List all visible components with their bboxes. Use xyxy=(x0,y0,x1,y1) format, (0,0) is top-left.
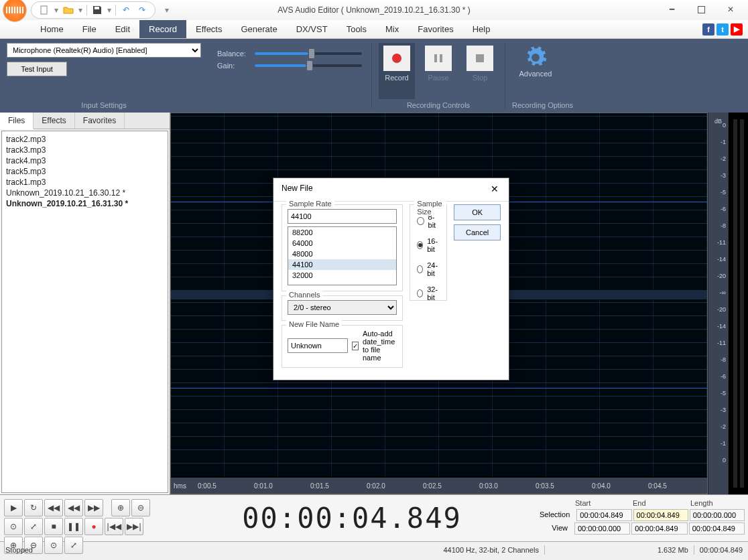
twitter-icon[interactable]: t xyxy=(716,23,729,36)
loop-button[interactable]: ↻ xyxy=(24,499,43,516)
status-duration: 00:00:04.849 xyxy=(700,546,743,554)
balance-label: Balance: xyxy=(217,50,255,58)
svg-rect-6 xyxy=(476,54,484,62)
svg-rect-0 xyxy=(41,6,47,14)
vzoom-fit-button[interactable]: ⊙ xyxy=(44,537,63,554)
dialog-close-button[interactable]: ✕ xyxy=(489,184,501,196)
titlebar: ▾ ▾ ▾ ↶ ↷ ▾ AVS Audio Editor ( Unknown_2… xyxy=(0,0,748,20)
auto-add-label: Auto-add date_time to file name xyxy=(363,330,397,362)
menu-effects[interactable]: Effects xyxy=(186,20,232,38)
transport-area: ▶ ↻ ◀◀ ◀◀ ▶▶ ⊕ ⊖ ⊙ ⤢ ■ ❚❚ ● |◀◀ ▶▶| ⊕ ⊖ … xyxy=(0,494,748,541)
gain-slider[interactable] xyxy=(255,64,362,67)
goto-end-button[interactable]: ▶▶| xyxy=(125,518,143,535)
maximize-button[interactable] xyxy=(686,0,716,19)
menu-favorites[interactable]: Favorites xyxy=(408,20,462,38)
redo-icon[interactable]: ↷ xyxy=(135,3,149,17)
zoom-sel-button[interactable]: ⤢ xyxy=(24,518,43,535)
file-list[interactable]: track2.mp3track3.mp3track4.mp3track5.mp3… xyxy=(1,131,168,493)
menu-record[interactable]: Record xyxy=(139,20,186,38)
db-scale: dB 0-1-2-3-5-6-8-11-14-20-∞-20-14-11-8-6… xyxy=(708,113,728,494)
transport-record-button[interactable]: ● xyxy=(84,518,103,535)
test-input-button[interactable]: Test Input xyxy=(7,62,67,76)
facebook-icon[interactable]: f xyxy=(702,23,714,36)
level-meters xyxy=(728,113,748,494)
balance-slider[interactable] xyxy=(255,52,362,55)
file-item[interactable]: track1.mp3 xyxy=(5,177,165,188)
menu-generate[interactable]: Generate xyxy=(231,20,286,38)
sample-size-radio[interactable]: 16-bit xyxy=(416,233,441,257)
save-icon[interactable] xyxy=(90,3,105,17)
file-item[interactable]: track4.mp3 xyxy=(5,155,165,166)
app-logo xyxy=(3,0,27,22)
prev-button[interactable]: ◀◀ xyxy=(64,499,83,516)
time-grid: Start End Length Selection 00:00:04.849 … xyxy=(534,495,748,541)
record-button[interactable]: Record xyxy=(379,43,415,99)
transport-buttons: ▶ ↻ ◀◀ ◀◀ ▶▶ ⊕ ⊖ ⊙ ⤢ ■ ❚❚ ● |◀◀ ▶▶| ⊕ ⊖ … xyxy=(0,495,170,541)
sample-size-radio[interactable]: 24-bit xyxy=(416,257,441,281)
stop-button[interactable]: Stop xyxy=(462,43,498,99)
sample-rate-input[interactable] xyxy=(288,209,397,224)
qat-customize-icon[interactable]: ▾ xyxy=(160,3,174,17)
timeline[interactable]: hms0:00.50:01.00:01.50:02.00:02.50:03.00… xyxy=(171,478,707,494)
status-state: Stopped xyxy=(5,546,33,554)
file-item[interactable]: track3.mp3 xyxy=(5,145,165,155)
dialog-title: New File xyxy=(282,184,313,196)
file-item[interactable]: track5.mp3 xyxy=(5,166,165,177)
file-item[interactable]: Unknown_2019.10.21_16.30.12 * xyxy=(5,188,165,198)
filename-input[interactable] xyxy=(288,338,348,353)
menu-tools[interactable]: Tools xyxy=(337,20,376,38)
menu-edit[interactable]: Edit xyxy=(106,20,139,38)
advanced-button[interactable]: Advanced xyxy=(512,43,559,99)
zoom-in-button[interactable]: ⊕ xyxy=(111,499,130,516)
time-display: 00:00:04.849 xyxy=(242,502,461,535)
zoom-out-button[interactable]: ⊖ xyxy=(131,499,150,516)
side-tab-favorites[interactable]: Favorites xyxy=(75,113,125,129)
rewind-button[interactable]: ◀◀ xyxy=(44,499,63,516)
qat-dropdown-icon[interactable]: ▾ xyxy=(106,3,113,17)
menu-file[interactable]: File xyxy=(73,20,106,38)
menu-mix[interactable]: Mix xyxy=(376,20,408,38)
sample-rate-list[interactable]: 8820064000480004410032000 xyxy=(288,226,397,285)
pause-button[interactable]: Pause xyxy=(420,43,456,99)
vzoom-sel-button[interactable]: ⤢ xyxy=(64,537,83,554)
svg-rect-2 xyxy=(698,6,704,13)
qat-dropdown-icon[interactable]: ▾ xyxy=(77,3,84,17)
side-tab-effects[interactable]: Effects xyxy=(34,113,74,129)
menu-dx-vst[interactable]: DX/VST xyxy=(287,20,337,38)
file-item[interactable]: Unknown_2019.10.21_16.31.30 * xyxy=(5,198,165,209)
youtube-icon[interactable]: ▶ xyxy=(731,23,743,36)
open-folder-icon[interactable] xyxy=(61,3,76,17)
menu-help[interactable]: Help xyxy=(463,20,500,38)
sample-rate-option[interactable]: 44100 xyxy=(288,259,396,270)
sample-rate-option[interactable]: 32000 xyxy=(288,270,396,281)
channels-select[interactable]: 2/0 - stereo xyxy=(288,300,397,315)
ok-button[interactable]: OK xyxy=(454,204,501,220)
gain-label: Gain: xyxy=(217,62,255,70)
menu-home[interactable]: Home xyxy=(31,20,73,38)
zoom-fit-button[interactable]: ⊙ xyxy=(4,518,23,535)
file-item[interactable]: track2.mp3 xyxy=(5,134,165,145)
sample-rate-option[interactable]: 48000 xyxy=(288,249,396,259)
minimize-button[interactable]: ━ xyxy=(657,0,686,19)
auto-add-checkbox[interactable]: ✓ xyxy=(352,342,359,350)
next-button[interactable]: ▶▶ xyxy=(84,499,103,516)
close-button[interactable]: ✕ xyxy=(716,0,745,19)
ribbon-group-label: Recording Options xyxy=(512,99,573,111)
sample-rate-option[interactable]: 64000 xyxy=(288,238,396,249)
new-file-icon[interactable] xyxy=(37,3,52,17)
qat-dropdown-icon[interactable]: ▾ xyxy=(53,3,60,17)
transport-pause-button[interactable]: ❚❚ xyxy=(64,518,83,535)
ribbon-group-label: Recording Controls xyxy=(379,99,498,111)
statusbar: Stopped 44100 Hz, 32-bit, 2 Channels 1.6… xyxy=(0,541,748,557)
sample-rate-option[interactable]: 88200 xyxy=(288,227,396,238)
input-device-select[interactable]: Microphone (Realtek(R) Audio) [Enabled] xyxy=(7,43,201,58)
svg-rect-5 xyxy=(440,54,442,62)
undo-icon[interactable]: ↶ xyxy=(119,3,133,17)
cancel-button[interactable]: Cancel xyxy=(454,224,501,240)
svg-rect-1 xyxy=(95,7,99,9)
sample-size-radio[interactable]: 32-bit xyxy=(416,281,441,305)
transport-stop-button[interactable]: ■ xyxy=(44,518,63,535)
play-button[interactable]: ▶ xyxy=(4,499,23,516)
side-tab-files[interactable]: Files xyxy=(0,113,34,129)
goto-start-button[interactable]: |◀◀ xyxy=(105,518,123,535)
